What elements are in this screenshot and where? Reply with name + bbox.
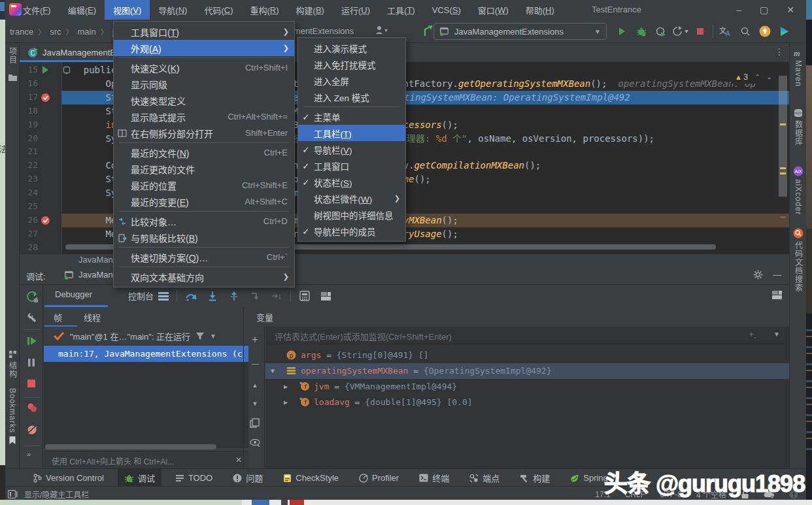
user-icon[interactable] bbox=[374, 25, 388, 35]
menu-item-显示同级[interactable]: 显示同级 bbox=[114, 76, 294, 92]
menu-item-外观(A)[interactable]: 外观(A)❯ bbox=[114, 40, 294, 56]
remove-icon[interactable]: — bbox=[250, 358, 260, 368]
project-folder-icon[interactable] bbox=[5, 73, 20, 82]
view-breakpoints-icon[interactable] bbox=[27, 402, 39, 414]
menu-视图(V)[interactable]: 视图(V) bbox=[105, 0, 150, 20]
pause-icon[interactable] bbox=[27, 358, 39, 370]
menu-item-最近的位置[interactable]: 最近的位置Ctrl+Shift+E bbox=[114, 177, 294, 193]
menu-item-双向文本基础方向[interactable]: 双向文本基础方向❯ bbox=[114, 269, 294, 285]
view-options-icon[interactable] bbox=[250, 439, 260, 449]
menu-item-进入 Zen 模式[interactable]: 进入 Zen 模式 bbox=[298, 89, 405, 105]
tab-frames[interactable]: 帧 bbox=[54, 311, 62, 323]
thread-selector[interactable]: "main"@1 在…"main": 正在运行 ▼ bbox=[44, 327, 248, 346]
menu-item-快速定义(K)[interactable]: 快速定义(K)Ctrl+Shift+I bbox=[114, 59, 294, 76]
menu-item-与剪贴板比较(B)[interactable]: 与剪贴板比较(B) bbox=[114, 229, 294, 246]
add-watch-icon[interactable]: +˯ bbox=[749, 329, 756, 339]
menu-item-工具窗口(T)[interactable]: 工具窗口(T)❯ bbox=[114, 24, 294, 40]
evaluate-icon[interactable] bbox=[294, 287, 315, 304]
prev-warning-icon[interactable]: ⌃ bbox=[754, 73, 760, 80]
menu-文件(F)[interactable]: 文件(F) bbox=[14, 0, 59, 20]
variable-row[interactable]: ▼operatingSystemMXBean = {OperatingSyste… bbox=[265, 363, 790, 379]
tool-button-Version Control[interactable]: Version Control bbox=[27, 470, 110, 485]
stop-button[interactable] bbox=[690, 23, 710, 40]
menu-item-工具窗口[interactable]: ✓工具窗口 bbox=[298, 157, 405, 174]
tool-button-调试[interactable]: 调试 bbox=[118, 469, 161, 487]
toolbar-toggle-icon[interactable] bbox=[8, 490, 18, 498]
tool-button-structure[interactable]: 结构 bbox=[5, 350, 20, 378]
menu-item-进入全屏[interactable]: 进入全屏 bbox=[298, 73, 405, 89]
maximize-button[interactable]: ▢ bbox=[760, 5, 768, 15]
tool-button-端点[interactable]: 端点 bbox=[463, 469, 506, 487]
resume-icon[interactable] bbox=[27, 336, 39, 348]
menu-运行(U)[interactable]: 运行(U) bbox=[333, 0, 379, 20]
settings-menu-icon[interactable] bbox=[152, 287, 174, 304]
breakpoint-icon[interactable] bbox=[41, 216, 52, 227]
move-up-icon[interactable]: ▲ bbox=[250, 380, 260, 391]
run-to-cursor-icon[interactable]: I bbox=[266, 287, 288, 304]
close-button[interactable]: ✕ bbox=[787, 5, 794, 15]
step-out-icon[interactable] bbox=[223, 287, 245, 304]
menu-编辑(E)[interactable]: 编辑(E) bbox=[59, 0, 105, 20]
close-icon[interactable]: ✕ bbox=[235, 455, 242, 464]
breadcrumb-item[interactable]: src bbox=[50, 27, 61, 37]
run-line-icon[interactable] bbox=[41, 65, 52, 77]
breakpoint-icon[interactable] bbox=[41, 93, 52, 105]
menu-item-快速切换方案(Q)…[interactable]: 快速切换方案(Q)…Ctrl+` bbox=[114, 249, 294, 265]
menu-item-快速类型定义[interactable]: 快速类型定义 bbox=[114, 92, 294, 108]
layout-icon[interactable] bbox=[315, 287, 337, 304]
menu-item-在右侧拆分部分打开[interactable]: 在右侧拆分部分打开Shift+Enter bbox=[114, 125, 294, 141]
breadcrumb[interactable]: trance〉src〉main〉ja bbox=[10, 26, 119, 37]
menu-item-最近的变更(E)[interactable]: 最近的变更(E)Alt+Shift+C bbox=[114, 193, 294, 210]
minimize-panel-icon[interactable]: — bbox=[773, 270, 781, 280]
menu-item-最近的文件(N)[interactable]: 最近的文件(N)Ctrl+E bbox=[114, 144, 294, 161]
add-icon[interactable]: + bbox=[250, 334, 260, 345]
variables-panel[interactable]: pargs = {String[0]@491} []▼operatingSyst… bbox=[265, 327, 789, 468]
menu-item-状态栏(S)[interactable]: ✓状态栏(S) bbox=[298, 174, 405, 190]
evaluate-input[interactable]: 评估表达式(Enter)或添加监视(Ctrl+Shift+Enter) +˯ ▼ bbox=[265, 327, 789, 344]
aix-arrow-icon[interactable] bbox=[422, 24, 434, 37]
update-button[interactable] bbox=[755, 23, 775, 40]
frames-scrollbar[interactable] bbox=[45, 444, 216, 449]
editor-gutter[interactable]: 1516171819202122232425262728 bbox=[20, 62, 61, 253]
breadcrumb-item[interactable]: trance bbox=[10, 27, 33, 37]
menu-帮助(H)[interactable]: 帮助(H) bbox=[517, 0, 563, 20]
step-over-icon[interactable] bbox=[180, 287, 201, 304]
tab-console[interactable]: 控制台 bbox=[128, 289, 154, 302]
stack-frame-row[interactable]: main:17, JavaManagementExtensions (c bbox=[44, 346, 248, 362]
variable-row[interactable]: ▶fjvm = {VMManagementImpl@494} bbox=[265, 379, 790, 395]
menu-item-进入免打扰模式[interactable]: 进入免打扰模式 bbox=[298, 56, 405, 73]
tool-button-终端[interactable]: 终端 bbox=[413, 469, 456, 487]
more-icon[interactable]: » bbox=[27, 451, 39, 463]
mute-breakpoints-icon[interactable] bbox=[27, 425, 39, 436]
vertical-scrollbar[interactable] bbox=[779, 76, 787, 197]
tool-button-aixcoder[interactable]: AiXaiXcoder bbox=[790, 166, 807, 215]
menu-窗口(W)[interactable]: 窗口(W) bbox=[469, 0, 517, 20]
more-icon[interactable]: ⋮ bbox=[775, 46, 784, 57]
menu-item-工具栏(T)[interactable]: 工具栏(T) bbox=[298, 125, 405, 141]
step-into-icon[interactable] bbox=[201, 287, 223, 304]
rerun-debug-icon[interactable] bbox=[27, 291, 39, 303]
translate-button[interactable]: 文A bbox=[716, 23, 736, 40]
variable-row[interactable]: pargs = {String[0]@491} [] bbox=[265, 348, 790, 363]
run-button[interactable] bbox=[612, 23, 632, 40]
filter-icon[interactable] bbox=[195, 332, 205, 340]
tool-button-project[interactable]: 项目 bbox=[5, 47, 20, 64]
tool-button-CheckStyle[interactable]: CheckStyle bbox=[277, 470, 345, 485]
run-config-select[interactable]: JavaManagementExtensions ▼ bbox=[433, 23, 607, 40]
tool-button-问题[interactable]: 问题 bbox=[226, 469, 269, 487]
force-step-icon[interactable] bbox=[245, 287, 266, 304]
profile-button[interactable] bbox=[651, 23, 671, 40]
tool-button-构建[interactable]: 构建 bbox=[513, 469, 556, 487]
menu-VCS(S)[interactable]: VCS(S) bbox=[424, 0, 469, 20]
menu-工具(T)[interactable]: 工具(T) bbox=[379, 0, 424, 20]
menu-item-导航栏中的成员[interactable]: ✓导航栏中的成员 bbox=[298, 223, 405, 239]
tool-button-database[interactable]: 数据库 bbox=[790, 108, 807, 146]
menu-item-比较对象…[interactable]: 比较对象…Ctrl+D bbox=[114, 213, 294, 229]
menu-item-显示隐式提示[interactable]: 显示隐式提示Ctrl+Alt+Shift+= bbox=[114, 108, 294, 125]
menu-代码(C)[interactable]: 代码(C) bbox=[195, 0, 241, 20]
stop-debug-icon[interactable] bbox=[27, 379, 39, 391]
menu-构建(B)[interactable]: 构建(B) bbox=[288, 0, 333, 20]
tool-button-maven[interactable]: mMaven bbox=[790, 48, 807, 87]
copy-stack-icon[interactable] bbox=[250, 418, 260, 429]
layout-settings-icon[interactable] bbox=[771, 290, 783, 300]
